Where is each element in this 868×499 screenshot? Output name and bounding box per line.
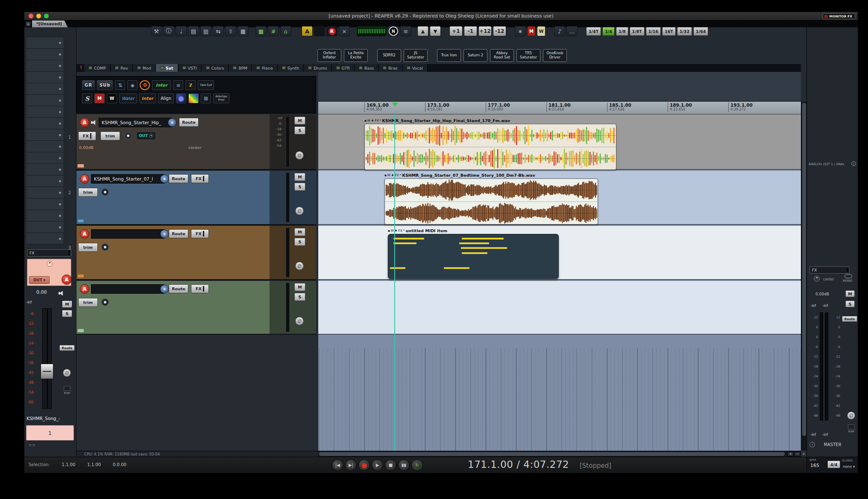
monitor-button[interactable] — [101, 188, 109, 196]
selection-length[interactable]: 0.0.00 — [113, 462, 126, 467]
solo-button[interactable]: S — [294, 293, 305, 301]
fx-shortcut-button[interactable]: Inter — [139, 93, 156, 103]
fx-shortcut-button[interactable]: ⇅ — [115, 80, 125, 90]
collapsed-mixer-strip[interactable] — [26, 163, 64, 175]
collapsed-mixer-strip[interactable] — [26, 187, 64, 198]
master-trim-button[interactable]: trim — [845, 424, 857, 433]
fx-shortcut-button[interactable]: SUb — [97, 80, 113, 90]
track-panel-1[interactable]: A KSHMR_Song_Starter_Hip_ ∗ Route FX tri… — [76, 114, 316, 170]
phase-button[interactable]: ∅ — [295, 317, 304, 325]
env-plugin-icon[interactable]: ∗ — [160, 230, 169, 238]
plugin-preset-button[interactable]: True Iron — [437, 49, 461, 62]
track-name-input[interactable] — [91, 229, 164, 239]
record-arm-button[interactable]: A — [80, 174, 89, 184]
item-header-icon[interactable]: * — [403, 229, 405, 233]
mixer-output-button[interactable]: OUT▾ — [29, 276, 50, 284]
fx-shortcut-button[interactable]: Z — [185, 80, 196, 90]
toolbar-button[interactable]: M — [527, 26, 536, 36]
toolbar-tab[interactable]: Rev — [111, 64, 133, 72]
horizontal-scrollbar-handle[interactable] — [319, 452, 785, 456]
toolbar-button[interactable] — [314, 26, 325, 36]
trim-button[interactable]: trim — [100, 131, 120, 140]
toolbar-button[interactable]: ▲ — [417, 26, 428, 36]
toolbar-tab[interactable]: Sat — [156, 64, 178, 72]
mute-button[interactable]: M — [294, 228, 305, 236]
master-volume-readout[interactable]: 0.00dB — [815, 292, 829, 296]
selection-start[interactable]: 1.1.00 — [62, 462, 75, 467]
master-pan-knob[interactable] — [814, 276, 820, 282]
fx-button[interactable]: FX — [78, 131, 96, 140]
toolbar-tab[interactable]: Mod — [133, 64, 156, 72]
plugin-preset-button[interactable]: JS Saturator — [404, 49, 428, 62]
zoom-out-button[interactable]: − — [794, 452, 801, 456]
item-header-icon[interactable]: M — [367, 119, 370, 123]
item-header-icon[interactable]: FX — [395, 173, 399, 177]
record-arm-button[interactable]: A — [80, 118, 89, 127]
media-item-audio-1[interactable]: ▪M♦FX* KSHMR_Song_Starter_Hip_Hop_Final_… — [364, 118, 616, 170]
solo-button[interactable]: S — [294, 183, 305, 191]
toolbar-button[interactable]: ⇆ — [213, 26, 224, 36]
item-header-icon[interactable]: * — [380, 119, 381, 123]
trim-button[interactable]: trim — [78, 188, 98, 197]
toolbar-tab[interactable]: GTR — [332, 64, 355, 72]
time-signature-button[interactable]: 4/4 — [827, 461, 840, 468]
midi-note[interactable] — [390, 267, 405, 269]
plugin-preset-button[interactable]: Abbey Road Sat — [490, 49, 514, 62]
fx-shortcut-button[interactable]: Align — [158, 93, 174, 103]
item-header-icon[interactable]: * — [400, 173, 402, 177]
track-color-slot[interactable]: 1 — [26, 425, 74, 441]
toolbar-button[interactable] — [388, 26, 399, 36]
fx-shortcut-button[interactable]: Arbetipe Print — [213, 93, 229, 103]
toolbar-button[interactable]: -1 — [464, 26, 477, 36]
fx-shortcut-button[interactable]: GR — [82, 80, 95, 90]
zoom-in-button[interactable]: + — [787, 452, 794, 456]
track-name-input[interactable]: KSHMR_Song_Starter_07_I — [91, 174, 164, 184]
collapsed-mixer-strip[interactable] — [26, 37, 64, 48]
toolbar-tab[interactable]: COMP — [84, 64, 111, 72]
empty-arrange-area[interactable] — [318, 348, 801, 451]
toolbar-button[interactable]: A — [302, 26, 313, 36]
midi-note[interactable] — [444, 267, 469, 269]
collapsed-mixer-strip[interactable] — [26, 233, 64, 244]
fx-shortcut-button[interactable]: M — [94, 93, 105, 103]
solo-button[interactable]: S — [62, 310, 72, 317]
toolbar-button[interactable]: ▥ — [200, 26, 211, 36]
toolbar-button[interactable]: W — [537, 26, 545, 36]
collapsed-mixer-strip[interactable] — [26, 83, 64, 94]
record-arm-button[interactable]: A — [80, 284, 89, 294]
toolbar-button[interactable]: 1/32 — [677, 27, 692, 36]
item-header-icon[interactable]: M — [387, 173, 390, 177]
toolbar-button[interactable]: ▼ — [430, 26, 441, 36]
speaker-icon[interactable] — [91, 120, 97, 125]
transport-button[interactable]: |◀ — [332, 459, 343, 471]
collapsed-mixer-strip[interactable] — [26, 152, 64, 163]
plugin-preset-button[interactable]: Saturn 2 — [463, 49, 487, 62]
route-button[interactable]: Route — [59, 345, 75, 351]
collapsed-mixer-strip[interactable] — [26, 198, 64, 210]
route-button[interactable]: Route — [169, 229, 188, 238]
fx-shortcut-button[interactable]: S — [82, 93, 92, 103]
fx-button[interactable]: FX — [191, 229, 209, 238]
toolbar-tab[interactable]: BPM — [229, 64, 252, 72]
fx-button[interactable]: FX — [191, 284, 209, 293]
item-header-icon[interactable]: FX — [375, 119, 378, 123]
media-item-midi[interactable]: ▪M♦FX* untitled MIDI item — [388, 228, 559, 279]
transport-button[interactable]: ▮▮ — [398, 459, 410, 471]
trim-button[interactable]: trim — [78, 298, 98, 307]
volume-fader-handle[interactable] — [41, 364, 53, 379]
record-arm-button[interactable]: A — [62, 274, 72, 285]
track-panel-3[interactable]: A ∗ Route FX trim M S ∅ — [76, 226, 316, 280]
fx-shortcut-button[interactable]: Inter — [152, 80, 171, 90]
global-automation-selector[interactable]: none ▾ — [843, 464, 855, 469]
midi-item-body[interactable] — [388, 234, 559, 279]
mute-button[interactable]: M — [294, 117, 305, 125]
transport-button[interactable]: ▶| — [345, 459, 357, 471]
transport-button[interactable]: ▶ — [372, 459, 383, 471]
toolbar-button[interactable]: +1 — [449, 26, 463, 36]
toolbar-tab[interactable]: Piano — [252, 64, 278, 72]
toolbar-button[interactable]: ▦ — [238, 26, 249, 36]
fx-shortcut-button[interactable]: ⊠ — [201, 93, 211, 103]
toolbar-button[interactable]: ⌂ — [280, 26, 291, 36]
toolbar-tab[interactable]: Vocal — [402, 64, 428, 72]
solo-button[interactable]: S — [294, 126, 305, 134]
